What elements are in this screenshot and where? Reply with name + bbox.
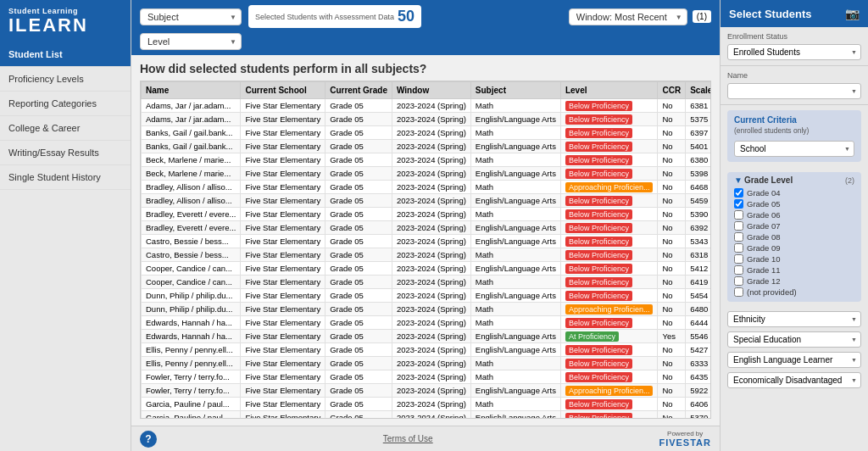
grade-label: (not provided)	[747, 287, 797, 297]
col-name: Name	[142, 82, 241, 99]
level-select-wrapper: Level	[140, 33, 242, 50]
grade-checkbox[interactable]	[734, 276, 743, 286]
right-panel-header: Select Students 📷	[721, 0, 868, 27]
name-select[interactable]	[727, 83, 861, 99]
table-row[interactable]: Garcia, Pauline / paul...Five Star Eleme…	[142, 398, 712, 411]
table-row[interactable]: Castro, Bessie / bess...Five Star Elemen…	[142, 235, 712, 248]
filter-select[interactable]: English Language Learner	[727, 352, 861, 368]
terms-link[interactable]: Terms of Use	[383, 434, 433, 443]
grade-item: Grade 11	[734, 265, 854, 275]
grade-checkbox[interactable]	[734, 254, 743, 264]
grade-checkbox[interactable]	[734, 221, 743, 231]
fivestar-logo: Powered by FIVESTAR	[659, 430, 711, 448]
table-row[interactable]: Beck, Marlene / marie...Five Star Elemen…	[142, 167, 712, 181]
grade-label: Grade 11	[747, 265, 781, 275]
sidebar-item-reporting[interactable]: Reporting Categories	[0, 92, 131, 116]
grade-item: Grade 08	[734, 232, 854, 242]
table-header-row: Name Current School Current Grade Window…	[142, 82, 712, 99]
table-row[interactable]: Bradley, Everett / evere...Five Star Ele…	[142, 208, 712, 221]
grade-checkbox[interactable]	[734, 287, 743, 297]
school-select[interactable]: School	[734, 141, 854, 157]
table-body: Adams, Jar / jar.adam...Five Star Elemen…	[142, 99, 712, 420]
window-select[interactable]: Window: Most Recent	[569, 8, 687, 25]
col-school: Current School	[241, 82, 326, 99]
table-row[interactable]: Castro, Bessie / bess...Five Star Elemen…	[142, 248, 712, 262]
grade-section-title: Grade Level	[744, 175, 793, 185]
name-label: Name	[727, 71, 861, 80]
table-row[interactable]: Ellis, Penny / penny.ell...Five Star Ele…	[142, 357, 712, 370]
table-row[interactable]: Beck, Marlene / marie...Five Star Elemen…	[142, 153, 712, 167]
table-row[interactable]: Bradley, Allison / alliso...Five Star El…	[142, 194, 712, 208]
sidebar-item-proficiency[interactable]: Proficiency Levels	[0, 67, 131, 92]
grade-label: Grade 09	[747, 243, 781, 253]
grade-section: ▼ Grade Level (2) Grade 04Grade 05Grade …	[727, 172, 861, 302]
level-select[interactable]: Level	[140, 33, 242, 50]
grade-item: Grade 07	[734, 221, 854, 231]
current-criteria-title: Current Criteria	[734, 115, 854, 125]
table-row[interactable]: Cooper, Candice / can...Five Star Elemen…	[142, 276, 712, 289]
help-button[interactable]: ?	[140, 431, 157, 448]
grade-item: Grade 06	[734, 210, 854, 220]
grade-checkbox[interactable]	[734, 210, 743, 220]
sidebar-item-single-student[interactable]: Single Student History	[0, 165, 131, 190]
current-criteria-sub: (enrolled students only)	[734, 126, 854, 135]
table-row[interactable]: Ellis, Penny / penny.ell...Five Star Ele…	[142, 343, 712, 357]
right-panel: Select Students 📷 Enrollment Status Enro…	[720, 0, 868, 451]
table-row[interactable]: Banks, Gail / gail.bank...Five Star Elem…	[142, 126, 712, 140]
enrollment-select-wrap: Enrolled Students	[727, 43, 861, 60]
grade-item: Grade 04	[734, 188, 854, 198]
grade-checkbox[interactable]	[734, 265, 743, 275]
sidebar-item-college[interactable]: College & Career	[0, 116, 131, 141]
col-grade: Current Grade	[326, 82, 392, 99]
grade-checkbox[interactable]	[734, 199, 743, 209]
table-row[interactable]: Fowler, Terry / terry.fo...Five Star Ele…	[142, 384, 712, 398]
enrollment-select[interactable]: Enrolled Students	[727, 44, 861, 60]
sidebar-item-writing[interactable]: Writing/Essay Results	[0, 141, 131, 165]
camera-icon[interactable]: 📷	[845, 7, 860, 20]
filter-item: Ethnicity	[727, 310, 861, 327]
grade-item: (not provided)	[734, 287, 854, 297]
filter-select[interactable]: Economically Disadvantaged	[727, 372, 861, 388]
table-row[interactable]: Garcia, Pauline / paul...Five Star Eleme…	[142, 411, 712, 420]
sidebar-item-student-list[interactable]: Student List	[0, 42, 131, 67]
col-ccr: CCR	[658, 82, 686, 99]
grade-list: Grade 04Grade 05Grade 06Grade 07Grade 08…	[734, 188, 854, 297]
data-table-wrap[interactable]: Name Current School Current Grade Window…	[140, 81, 711, 419]
filter-select[interactable]: Ethnicity	[727, 311, 861, 327]
table-row[interactable]: Banks, Gail / gail.bank...Five Star Elem…	[142, 140, 712, 153]
grade-label: Grade 04	[747, 188, 781, 198]
grade-checkbox[interactable]	[734, 188, 743, 198]
subject-select[interactable]: Subject	[140, 8, 242, 25]
grade-count: (2)	[845, 176, 854, 185]
fivestar-brand: FIVESTAR	[659, 437, 711, 448]
grade-checkbox[interactable]	[734, 232, 743, 242]
table-row[interactable]: Dunn, Philip / philip.du...Five Star Ele…	[142, 303, 712, 316]
filter-item: English Language Learner	[727, 351, 861, 368]
second-bar: Level	[131, 33, 720, 55]
table-row[interactable]: Fowler, Terry / terry.fo...Five Star Ele…	[142, 370, 712, 384]
table-row[interactable]: Bradley, Allison / alliso...Five Star El…	[142, 181, 712, 194]
enrollment-section: Enrollment Status Enrolled Students	[721, 27, 868, 66]
filter-select[interactable]: Special Education	[727, 331, 861, 348]
table-row[interactable]: Bradley, Everett / evere...Five Star Ele…	[142, 221, 712, 235]
grade-collapse-arrow[interactable]: ▼	[734, 175, 743, 185]
grade-label: Grade 07	[747, 221, 781, 231]
table-row[interactable]: Edwards, Hannah / ha...Five Star Element…	[142, 330, 712, 343]
sidebar-logo: Student Learning ILEARN	[0, 0, 131, 42]
grade-label: Grade 10	[747, 254, 781, 264]
subject-select-wrapper: Subject	[140, 8, 242, 25]
grade-label: Grade 08	[747, 232, 781, 242]
grade-checkbox[interactable]	[734, 243, 743, 253]
table-row[interactable]: Adams, Jar / jar.adam...Five Star Elemen…	[142, 113, 712, 126]
students-count: 50	[398, 8, 415, 25]
grade-label: Grade 05	[747, 199, 781, 209]
filter-item: Economically Disadvantaged	[727, 371, 861, 388]
school-select-wrap: School	[734, 140, 854, 157]
table-row[interactable]: Adams, Jar / jar.adam...Five Star Elemen…	[142, 99, 712, 113]
current-criteria: Current Criteria (enrolled students only…	[727, 110, 861, 162]
table-row[interactable]: Edwards, Hannah / ha...Five Star Element…	[142, 316, 712, 330]
sidebar-nav: Student List Proficiency Levels Reportin…	[0, 42, 131, 190]
table-row[interactable]: Dunn, Philip / philip.du...Five Star Ele…	[142, 289, 712, 303]
table-row[interactable]: Cooper, Candice / can...Five Star Elemen…	[142, 262, 712, 276]
grade-item: Grade 10	[734, 254, 854, 264]
